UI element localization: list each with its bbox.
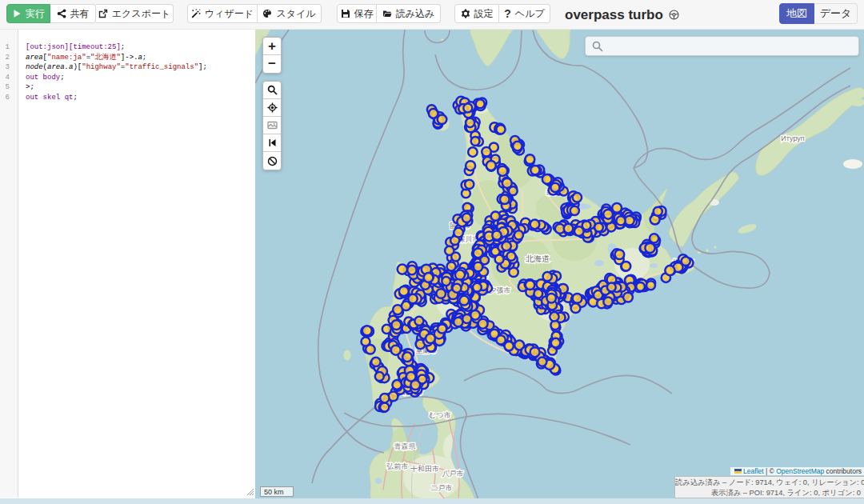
svg-text:十和田市: 十和田市 [410,465,439,473]
svg-text:弘前市: 弘前市 [386,462,409,470]
svg-text:北海道: 北海道 [526,254,550,263]
svg-text:Итуруп: Итуруп [781,134,804,142]
svg-text:八戸市: 八戸市 [442,470,464,478]
svg-text:二戸市: 二戸市 [431,484,453,492]
svg-text:むつ市: むつ市 [429,411,450,419]
svg-text:青森県: 青森県 [394,442,416,450]
